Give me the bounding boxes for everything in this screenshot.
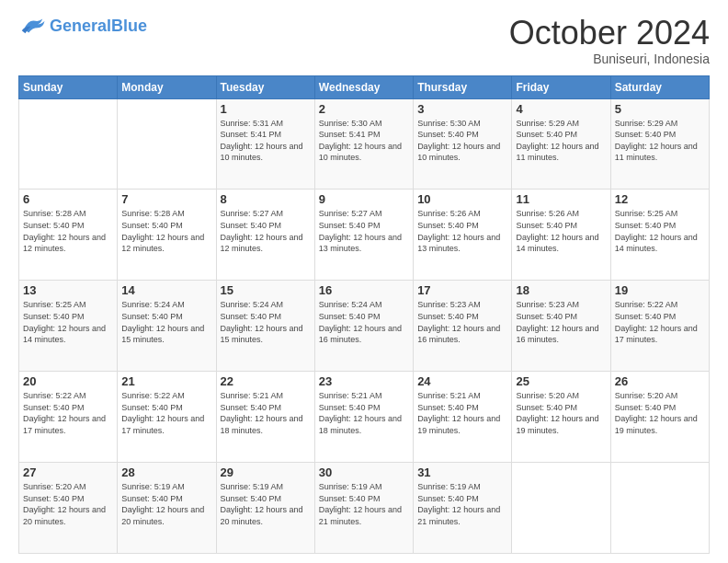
calendar-week-row: 27Sunrise: 5:20 AM Sunset: 5:40 PM Dayli… — [19, 463, 710, 554]
day-number: 12 — [615, 192, 705, 206]
title-area: October 2024 Buniseuri, Indonesia — [509, 15, 710, 66]
calendar-week-row: 13Sunrise: 5:25 AM Sunset: 5:40 PM Dayli… — [19, 281, 710, 372]
day-number: 30 — [319, 465, 409, 479]
day-number: 4 — [516, 102, 606, 116]
calendar-cell: 5Sunrise: 5:29 AM Sunset: 5:40 PM Daylig… — [610, 98, 709, 190]
calendar-cell — [118, 98, 216, 190]
calendar-cell: 16Sunrise: 5:24 AM Sunset: 5:40 PM Dayli… — [314, 281, 413, 372]
calendar-cell: 6Sunrise: 5:28 AM Sunset: 5:40 PM Daylig… — [19, 190, 118, 281]
weekday-header-friday: Friday — [512, 75, 610, 98]
weekday-header-saturday: Saturday — [610, 75, 709, 98]
weekday-header-thursday: Thursday — [414, 75, 512, 98]
day-info: Sunrise: 5:23 AM Sunset: 5:40 PM Dayligh… — [417, 299, 507, 345]
day-info: Sunrise: 5:23 AM Sunset: 5:40 PM Dayligh… — [516, 299, 606, 345]
day-number: 9 — [319, 192, 409, 206]
day-info: Sunrise: 5:21 AM Sunset: 5:40 PM Dayligh… — [319, 390, 409, 436]
calendar-cell: 1Sunrise: 5:31 AM Sunset: 5:41 PM Daylig… — [216, 98, 314, 190]
calendar-cell: 31Sunrise: 5:19 AM Sunset: 5:40 PM Dayli… — [414, 463, 512, 554]
day-info: Sunrise: 5:30 AM Sunset: 5:41 PM Dayligh… — [319, 118, 409, 164]
weekday-header-row: SundayMondayTuesdayWednesdayThursdayFrid… — [19, 75, 710, 98]
logo-bird-icon — [18, 15, 46, 37]
calendar-cell: 20Sunrise: 5:22 AM Sunset: 5:40 PM Dayli… — [19, 372, 118, 463]
calendar-cell: 27Sunrise: 5:20 AM Sunset: 5:40 PM Dayli… — [19, 463, 118, 554]
day-info: Sunrise: 5:26 AM Sunset: 5:40 PM Dayligh… — [516, 208, 606, 254]
day-number: 7 — [121, 192, 211, 206]
day-info: Sunrise: 5:19 AM Sunset: 5:40 PM Dayligh… — [319, 481, 409, 527]
calendar-week-row: 20Sunrise: 5:22 AM Sunset: 5:40 PM Dayli… — [19, 372, 710, 463]
day-number: 31 — [417, 465, 507, 479]
calendar-cell: 13Sunrise: 5:25 AM Sunset: 5:40 PM Dayli… — [19, 281, 118, 372]
calendar-cell: 17Sunrise: 5:23 AM Sunset: 5:40 PM Dayli… — [414, 281, 512, 372]
calendar-week-row: 6Sunrise: 5:28 AM Sunset: 5:40 PM Daylig… — [19, 190, 710, 281]
day-info: Sunrise: 5:28 AM Sunset: 5:40 PM Dayligh… — [121, 208, 211, 254]
day-info: Sunrise: 5:19 AM Sunset: 5:40 PM Dayligh… — [121, 481, 211, 527]
day-info: Sunrise: 5:22 AM Sunset: 5:40 PM Dayligh… — [121, 390, 211, 436]
day-number: 21 — [121, 374, 211, 388]
calendar-cell: 12Sunrise: 5:25 AM Sunset: 5:40 PM Dayli… — [610, 190, 709, 281]
day-number: 13 — [23, 283, 113, 297]
calendar-cell — [19, 98, 118, 190]
calendar-cell: 23Sunrise: 5:21 AM Sunset: 5:40 PM Dayli… — [314, 372, 413, 463]
month-title: October 2024 — [509, 15, 710, 52]
header: GeneralBlue October 2024 Buniseuri, Indo… — [18, 15, 710, 66]
day-info: Sunrise: 5:29 AM Sunset: 5:40 PM Dayligh… — [615, 118, 705, 164]
day-number: 16 — [319, 283, 409, 297]
day-number: 3 — [417, 102, 507, 116]
day-number: 20 — [23, 374, 113, 388]
day-number: 25 — [516, 374, 606, 388]
day-number: 22 — [221, 374, 311, 388]
day-number: 27 — [23, 465, 113, 479]
calendar-week-row: 1Sunrise: 5:31 AM Sunset: 5:41 PM Daylig… — [19, 98, 710, 190]
day-info: Sunrise: 5:20 AM Sunset: 5:40 PM Dayligh… — [615, 390, 705, 436]
calendar-cell: 22Sunrise: 5:21 AM Sunset: 5:40 PM Dayli… — [216, 372, 314, 463]
day-info: Sunrise: 5:31 AM Sunset: 5:41 PM Dayligh… — [221, 118, 311, 164]
day-number: 17 — [417, 283, 507, 297]
day-number: 15 — [221, 283, 311, 297]
day-info: Sunrise: 5:24 AM Sunset: 5:40 PM Dayligh… — [221, 299, 311, 345]
day-number: 23 — [319, 374, 409, 388]
weekday-header-sunday: Sunday — [19, 75, 118, 98]
calendar-cell: 28Sunrise: 5:19 AM Sunset: 5:40 PM Dayli… — [118, 463, 216, 554]
day-number: 29 — [221, 465, 311, 479]
day-number: 6 — [23, 192, 113, 206]
calendar-cell: 18Sunrise: 5:23 AM Sunset: 5:40 PM Dayli… — [512, 281, 610, 372]
day-number: 24 — [417, 374, 507, 388]
calendar-cell: 25Sunrise: 5:20 AM Sunset: 5:40 PM Dayli… — [512, 372, 610, 463]
calendar-cell: 19Sunrise: 5:22 AM Sunset: 5:40 PM Dayli… — [610, 281, 709, 372]
calendar-cell: 15Sunrise: 5:24 AM Sunset: 5:40 PM Dayli… — [216, 281, 314, 372]
location: Buniseuri, Indonesia — [509, 52, 710, 66]
calendar-cell: 7Sunrise: 5:28 AM Sunset: 5:40 PM Daylig… — [118, 190, 216, 281]
calendar-cell: 2Sunrise: 5:30 AM Sunset: 5:41 PM Daylig… — [314, 98, 413, 190]
day-info: Sunrise: 5:21 AM Sunset: 5:40 PM Dayligh… — [221, 390, 311, 436]
weekday-header-wednesday: Wednesday — [314, 75, 413, 98]
calendar-cell — [512, 463, 610, 554]
weekday-header-monday: Monday — [118, 75, 216, 98]
day-info: Sunrise: 5:25 AM Sunset: 5:40 PM Dayligh… — [615, 208, 705, 254]
day-number: 14 — [121, 283, 211, 297]
day-info: Sunrise: 5:30 AM Sunset: 5:40 PM Dayligh… — [417, 118, 507, 164]
calendar-cell: 24Sunrise: 5:21 AM Sunset: 5:40 PM Dayli… — [414, 372, 512, 463]
calendar-cell: 30Sunrise: 5:19 AM Sunset: 5:40 PM Dayli… — [314, 463, 413, 554]
logo-text: GeneralBlue — [50, 17, 147, 34]
day-number: 18 — [516, 283, 606, 297]
logo: GeneralBlue — [18, 15, 147, 37]
day-number: 28 — [121, 465, 211, 479]
day-number: 19 — [615, 283, 705, 297]
day-number: 1 — [221, 102, 311, 116]
calendar-cell: 29Sunrise: 5:19 AM Sunset: 5:40 PM Dayli… — [216, 463, 314, 554]
calendar-cell: 3Sunrise: 5:30 AM Sunset: 5:40 PM Daylig… — [414, 98, 512, 190]
calendar-cell: 9Sunrise: 5:27 AM Sunset: 5:40 PM Daylig… — [314, 190, 413, 281]
calendar-cell: 11Sunrise: 5:26 AM Sunset: 5:40 PM Dayli… — [512, 190, 610, 281]
day-info: Sunrise: 5:24 AM Sunset: 5:40 PM Dayligh… — [121, 299, 211, 345]
calendar-cell: 14Sunrise: 5:24 AM Sunset: 5:40 PM Dayli… — [118, 281, 216, 372]
calendar-table: SundayMondayTuesdayWednesdayThursdayFrid… — [18, 75, 710, 554]
day-info: Sunrise: 5:21 AM Sunset: 5:40 PM Dayligh… — [417, 390, 507, 436]
day-info: Sunrise: 5:29 AM Sunset: 5:40 PM Dayligh… — [516, 118, 606, 164]
day-number: 26 — [615, 374, 705, 388]
day-number: 10 — [417, 192, 507, 206]
calendar-cell: 21Sunrise: 5:22 AM Sunset: 5:40 PM Dayli… — [118, 372, 216, 463]
calendar-cell: 26Sunrise: 5:20 AM Sunset: 5:40 PM Dayli… — [610, 372, 709, 463]
day-info: Sunrise: 5:25 AM Sunset: 5:40 PM Dayligh… — [23, 299, 113, 345]
day-number: 8 — [221, 192, 311, 206]
weekday-header-tuesday: Tuesday — [216, 75, 314, 98]
